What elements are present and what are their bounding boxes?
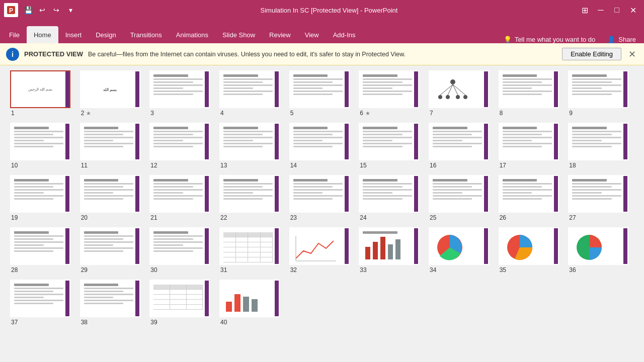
slide-item-13[interactable]: 13 <box>219 123 285 169</box>
slide-number-13: 13 <box>220 162 227 169</box>
tab-view[interactable]: View <box>298 26 326 43</box>
quick-access-toolbar: 💾 ↩ ↪ ▾ <box>22 4 76 16</box>
slide-item-21[interactable]: 21 <box>149 175 215 221</box>
tab-review[interactable]: Review <box>262 26 298 43</box>
slide-item-33[interactable]: 33 <box>359 227 425 274</box>
slide-number-28: 28 <box>11 266 18 274</box>
slide-item-4[interactable]: 4 <box>219 70 285 117</box>
slide-item-32[interactable]: 32 <box>289 227 355 274</box>
tab-insert[interactable]: Insert <box>58 26 89 43</box>
svg-rect-21 <box>226 302 232 312</box>
slide-item-36[interactable]: 36 <box>568 227 634 274</box>
slide-number-14: 14 <box>290 162 297 169</box>
undo-button[interactable]: ↩ <box>36 4 48 16</box>
slide-item-29[interactable]: 29 <box>80 227 146 274</box>
slide-item-28[interactable]: 28 <box>10 227 76 274</box>
slide-number-1: 1 <box>11 110 15 117</box>
close-button[interactable]: ✕ <box>626 3 640 17</box>
info-icon: i <box>6 48 19 61</box>
slide-item-22[interactable]: 22 <box>219 175 285 221</box>
slide-item-6[interactable]: 6★ <box>359 70 425 117</box>
window-controls: ⊞ ─ □ ✕ <box>578 3 640 17</box>
svg-point-5 <box>456 95 460 99</box>
slide-number-33: 33 <box>360 266 366 274</box>
slide-item-14[interactable]: 14 <box>289 123 355 169</box>
slide-item-40[interactable]: 40 <box>219 280 285 326</box>
slide-item-8[interactable]: 8 <box>499 70 565 117</box>
slide-number-20: 20 <box>81 214 88 221</box>
slide-item-35[interactable]: 35 <box>499 227 565 274</box>
slide-item-39[interactable]: 39 <box>149 280 215 326</box>
slide-number-5: 5 <box>290 110 294 117</box>
slide-number-23: 23 <box>290 214 297 221</box>
slide-item-37[interactable]: 37 <box>10 280 76 326</box>
slide-number-30: 30 <box>150 266 157 274</box>
slide-item-18[interactable]: 18 <box>568 123 634 169</box>
slide-item-9[interactable]: 9 <box>568 70 634 117</box>
protected-view-close-button[interactable]: ✕ <box>626 47 638 62</box>
slide-item-11[interactable]: 11 <box>80 123 146 169</box>
slide-item-17[interactable]: 17 <box>499 123 565 169</box>
slide-number-7: 7 <box>430 110 433 117</box>
slide-item-20[interactable]: 20 <box>80 175 146 221</box>
svg-rect-22 <box>234 294 240 312</box>
slide-item-34[interactable]: 34 <box>429 227 495 274</box>
slide-number-8: 8 <box>500 110 503 117</box>
redo-button[interactable]: ↪ <box>50 4 62 16</box>
slide-number-25: 25 <box>430 214 436 221</box>
share-label: Share <box>618 36 636 43</box>
share-icon: 👤 <box>607 36 615 43</box>
slide-star-2: ★ <box>86 110 91 117</box>
slide-number-18: 18 <box>569 162 576 169</box>
svg-point-6 <box>463 95 467 99</box>
slide-item-19[interactable]: 19 <box>10 175 76 221</box>
customize-quick-access[interactable]: ▾ <box>64 4 76 16</box>
slide-item-25[interactable]: 25 <box>429 175 495 221</box>
slide-item-26[interactable]: 26 <box>499 175 565 221</box>
slide-item-12[interactable]: 12 <box>149 123 215 169</box>
slide-item-23[interactable]: 23 <box>289 175 355 221</box>
tab-home[interactable]: Home <box>27 26 58 43</box>
slide-item-27[interactable]: 27 <box>568 175 634 221</box>
enable-editing-button[interactable]: Enable Editing <box>562 48 621 60</box>
lightbulb-icon: 💡 <box>504 36 512 43</box>
slide-item-24[interactable]: 24 <box>359 175 425 221</box>
tab-file[interactable]: File <box>2 26 27 43</box>
slide-number-32: 32 <box>290 266 297 274</box>
slide-item-1[interactable]: بسم الله الرحمن1 <box>10 70 76 117</box>
app-logo: P <box>4 3 18 17</box>
save-button[interactable]: 💾 <box>22 4 34 16</box>
share-button[interactable]: 👤 Share <box>601 36 642 43</box>
slide-number-12: 12 <box>150 162 157 169</box>
slide-item-7[interactable]: 7 <box>429 70 495 117</box>
slide-number-4: 4 <box>220 110 224 117</box>
slide-item-5[interactable]: 5 <box>289 70 355 117</box>
slide-star-6: ★ <box>365 110 370 117</box>
slide-item-10[interactable]: 10 <box>10 123 76 169</box>
slide-item-2[interactable]: بسم الله2★ <box>80 70 146 117</box>
presentation-mode-icon[interactable]: ⊞ <box>578 3 592 17</box>
restore-button[interactable]: □ <box>610 3 624 17</box>
tab-transitions[interactable]: Transitions <box>123 26 169 43</box>
slide-item-38[interactable]: 38 <box>80 280 146 326</box>
minimize-button[interactable]: ─ <box>594 3 608 17</box>
svg-line-9 <box>453 84 458 95</box>
slide-item-30[interactable]: 30 <box>149 227 215 274</box>
svg-line-8 <box>448 84 453 95</box>
slide-item-15[interactable]: 15 <box>359 123 425 169</box>
tab-design[interactable]: Design <box>89 26 123 43</box>
svg-text:P: P <box>9 7 13 14</box>
tab-slideshow[interactable]: Slide Show <box>215 26 262 43</box>
search-bar[interactable]: 💡 Tell me what you want to do <box>498 36 601 43</box>
slide-number-31: 31 <box>220 266 227 274</box>
svg-line-7 <box>440 84 453 95</box>
slide-item-16[interactable]: 16 <box>429 123 495 169</box>
slide-number-40: 40 <box>220 319 227 326</box>
tab-addins[interactable]: Add-Ins <box>326 26 363 43</box>
slide-item-3[interactable]: 3 <box>149 70 215 117</box>
protected-view-label: PROTECTED VIEW <box>24 50 83 58</box>
tab-animations[interactable]: Animations <box>169 26 215 43</box>
slide-item-31[interactable]: 31 <box>219 227 285 274</box>
svg-point-3 <box>438 95 442 99</box>
slide-grid: بسم الله الرحمن1بسم الله2★3456★ 78910111… <box>10 70 634 326</box>
